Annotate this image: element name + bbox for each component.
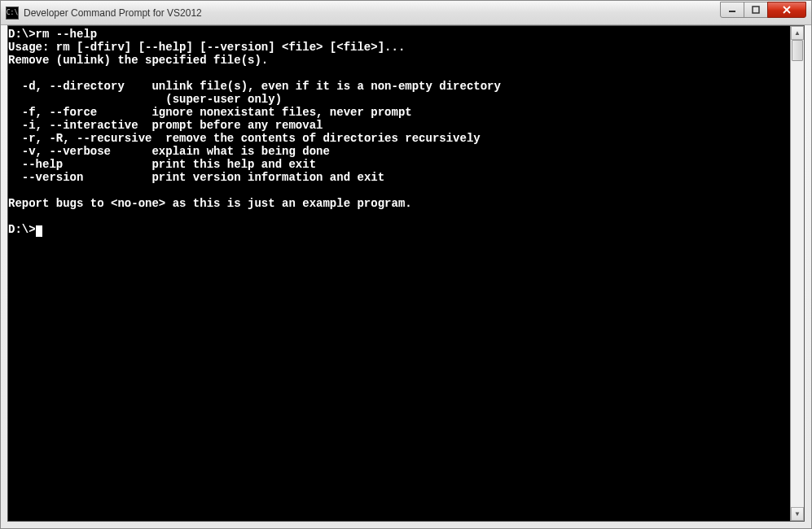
option-line: --version print version information and … [8,171,384,184]
option-line: -f, --force ignore nonexistant files, ne… [8,106,412,119]
app-icon: C:\ [6,7,19,20]
option-line: (super-user only) [8,93,282,106]
window-controls [721,2,806,18]
footer-line: Report bugs to <no-one> as this is just … [8,197,412,210]
prompt: D:\> [8,223,36,236]
scroll-thumb[interactable] [792,40,803,61]
text-cursor [36,225,42,237]
option-line: -v, --verbose explain what is being done [8,145,330,158]
prompt: D:\> [8,28,36,41]
option-line: -i, --interactive prompt before any remo… [8,119,323,132]
svg-line-3 [783,7,790,13]
minimize-button[interactable] [720,2,744,18]
minimize-icon [728,6,736,14]
close-button[interactable] [767,2,806,18]
vertical-scrollbar[interactable]: ▲ ▼ [790,26,804,521]
close-icon [782,6,792,14]
console-container: D:\>rm --help Usage: rm [-dfirv] [--help… [7,25,805,522]
usage-line: Usage: rm [-dfirv] [--help] [--version] … [8,41,405,54]
titlebar[interactable]: C:\ Developer Command Prompt for VS2012 [1,1,811,25]
option-line: --help print this help and exit [8,158,316,171]
svg-rect-1 [753,7,759,13]
maximize-button[interactable] [744,2,768,18]
window-frame: C:\ Developer Command Prompt for VS2012 … [0,0,812,529]
svg-line-2 [783,7,790,13]
scroll-down-button[interactable]: ▼ [791,507,804,521]
option-line: -d, --directory unlink file(s), even if … [8,80,501,93]
console-output[interactable]: D:\>rm --help Usage: rm [-dfirv] [--help… [8,26,790,521]
window-title: Developer Command Prompt for VS2012 [24,7,811,19]
maximize-icon [752,6,760,14]
option-line: -r, -R, --recursive remove the contents … [8,132,481,145]
description-line: Remove (unlink) the specified file(s). [8,54,268,67]
scroll-up-button[interactable]: ▲ [791,26,804,40]
command-text: rm --help [36,28,98,41]
